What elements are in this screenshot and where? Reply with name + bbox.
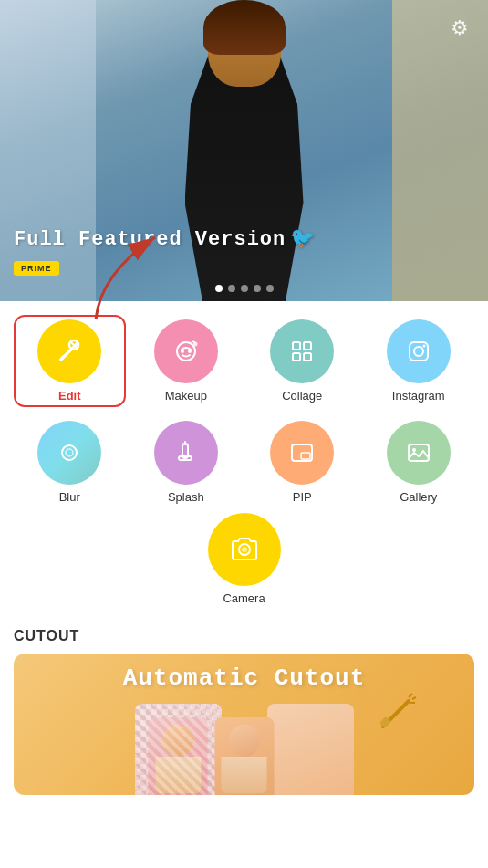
cutout-after-image [267, 704, 354, 795]
instagram-label: Instagram [392, 389, 445, 403]
svg-rect-7 [293, 342, 300, 350]
svg-rect-10 [304, 353, 311, 361]
camera-label: Camera [223, 591, 265, 605]
gallery-label: Gallery [400, 490, 437, 504]
pip-label: PIP [293, 490, 312, 504]
hero-banner: ⚙ Full Featured Version🐦 PRIME [0, 0, 488, 301]
prime-badge: PRIME [14, 261, 59, 276]
cutout-banner[interactable]: Automatic Cutout → [14, 654, 474, 795]
collage-label: Collage [282, 389, 322, 403]
tool-makeup[interactable]: Makeup [130, 315, 243, 407]
cutout-images: → [135, 704, 354, 795]
tools-section: Edit Makeup [0, 301, 488, 619]
splash-label: Splash [168, 490, 204, 504]
svg-point-6 [192, 342, 197, 347]
blur-label: Blur [59, 490, 80, 504]
svg-point-12 [414, 347, 423, 356]
makeup-label: Makeup [165, 389, 207, 403]
collage-circle [270, 319, 334, 383]
camera-row: Camera [9, 508, 479, 614]
cutout-title: CUTOUT [14, 628, 474, 644]
svg-line-27 [412, 697, 416, 699]
hero-title: Full Featured Version🐦 [14, 226, 316, 251]
hero-dots [215, 285, 274, 292]
svg-point-5 [188, 350, 192, 353]
tool-pip[interactable]: PIP [246, 416, 358, 508]
blur-circle [37, 421, 101, 485]
svg-point-21 [412, 448, 416, 452]
svg-rect-9 [293, 353, 300, 361]
edit-label: Edit [58, 389, 81, 403]
svg-rect-19 [301, 453, 310, 459]
tool-edit[interactable]: Edit [14, 315, 126, 407]
tool-gallery[interactable]: Gallery [363, 416, 475, 508]
svg-point-23 [242, 547, 247, 552]
dot-4[interactable] [254, 285, 261, 292]
svg-point-3 [177, 342, 195, 361]
splash-circle [154, 421, 218, 485]
cutout-banner-title: Automatic Cutout [123, 664, 366, 692]
svg-point-15 [66, 449, 73, 456]
svg-point-13 [422, 345, 425, 348]
cutout-section: CUTOUT Automatic Cutout [0, 619, 488, 795]
crown-icon: 🐦 [290, 226, 316, 251]
makeup-circle [154, 319, 218, 383]
tool-splash[interactable]: Splash [130, 416, 243, 508]
gallery-circle [387, 421, 451, 485]
dot-5[interactable] [266, 285, 274, 292]
settings-icon[interactable]: ⚙ [445, 14, 474, 43]
tool-blur[interactable]: Blur [14, 416, 126, 508]
dot-2[interactable] [228, 285, 235, 292]
svg-point-4 [181, 350, 184, 353]
tool-collage[interactable]: Collage [246, 315, 358, 407]
instagram-circle [387, 319, 451, 383]
edit-circle [37, 319, 101, 383]
tool-camera[interactable]: Camera [208, 513, 281, 605]
tools-grid: Edit Makeup [9, 315, 479, 508]
svg-rect-8 [304, 342, 311, 350]
dot-1[interactable] [215, 285, 223, 292]
dot-3[interactable] [241, 285, 248, 292]
svg-line-26 [409, 694, 412, 697]
tool-instagram[interactable]: Instagram [363, 315, 475, 407]
cutout-before-image [135, 704, 222, 795]
svg-point-14 [62, 445, 77, 460]
camera-circle [208, 513, 281, 586]
pip-circle [270, 421, 334, 485]
